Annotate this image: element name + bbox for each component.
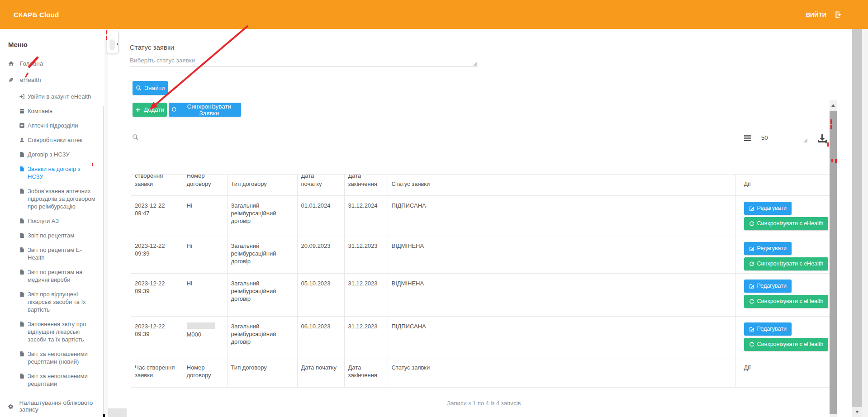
cell-created: 2023-12-2209:39 (131, 317, 183, 359)
sidebar-item-ehealth[interactable]: eHealth (8, 76, 103, 83)
page-length-select[interactable]: 50 (744, 134, 768, 141)
sidebar-gap (104, 29, 108, 414)
status-select-grip[interactable] (473, 62, 477, 66)
file-icon (19, 166, 25, 172)
cell-created: 2023-12-2209:47 (131, 196, 183, 236)
sidebar-item-company[interactable]: Компанія (19, 107, 97, 115)
bottom-gray-corner (108, 408, 127, 417)
sidebar-item-contract-requests-nszu[interactable]: Заявки на договір з НСЗУ (19, 165, 97, 180)
file-icon (19, 373, 25, 379)
sidebar-item-obligations[interactable]: Зобов’язання аптечних підрозділів за дог… (19, 187, 97, 210)
sidebar-item-recipes-report-medical[interactable]: Звіт по рецептам на медичні вироби (19, 268, 97, 284)
edit-icon (749, 206, 754, 211)
refresh-icon (749, 261, 754, 267)
sidebar-item-pharmacy-staff[interactable]: Співробітники аптек (19, 136, 97, 144)
cell-end: 31.12.2023 (344, 274, 388, 317)
sidebar-item-home[interactable]: Головна (8, 60, 103, 67)
user-icon (19, 137, 25, 143)
sidebar-item-unredeemed-recipes-new[interactable]: Звіт за непогашеними рецептами (новий) (19, 350, 97, 365)
col-header-end[interactable]: Датазакінчення (344, 175, 388, 196)
footer-created: Час створення заявки (131, 359, 183, 388)
sync-ehealth-button[interactable]: Синхронізувати с eHealth (744, 217, 829, 230)
table-scrollbar-thumb[interactable] (830, 111, 837, 414)
sync-ehealth-button[interactable]: Синхронізувати с eHealth (744, 295, 829, 308)
cell-start: 01.01.2024 (297, 196, 344, 236)
col-header-start[interactable]: Датапочатку (297, 175, 344, 196)
cell-type: Загальний реімбурсаційний договір (227, 196, 297, 236)
sidebar-item-recipes-report[interactable]: Звіт по рецептам (19, 232, 97, 239)
cell-start: 06.10.2023 (297, 317, 344, 359)
edit-button-label: Редагувати (757, 325, 787, 333)
col-header-status[interactable]: Статус заявки (388, 175, 735, 196)
sync-ehealth-button-label: Синхронізувати с eHealth (757, 341, 824, 348)
table-row: 2023-12-2209:47 Ні Загальний реімбурсаці… (131, 196, 837, 236)
cell-actions: Редагувати Синхронізувати с eHealth (735, 236, 837, 274)
sidebar-item-dispensed-drugs-report[interactable]: Звіт про відпущені лікарські засоби та ї… (19, 290, 97, 313)
cell-number: Ні (183, 196, 227, 236)
pane-scrollbar-thumb[interactable] (852, 29, 862, 407)
app-brand: СКАРБ Cloud (14, 0, 59, 29)
file-icon (19, 351, 25, 357)
sidebar-item-services-az[interactable]: Послуги АЗ (19, 217, 97, 225)
sidebar-scrollbar[interactable] (103, 106, 104, 414)
edit-button[interactable]: Редагувати (744, 322, 792, 336)
logout-button[interactable]: ВИЙТИ (806, 0, 842, 29)
edit-button[interactable]: Редагувати (744, 242, 792, 255)
cell-number: М000 (183, 317, 227, 359)
find-button[interactable]: Знайти (133, 81, 168, 95)
footer-start: Дата початку (297, 359, 344, 388)
gear-icon (8, 403, 14, 409)
sidebar-item-account-settings[interactable]: Налаштування облікового запису (8, 399, 103, 413)
cell-actions: Редагувати Синхронізувати с eHealth (735, 196, 837, 236)
status-filter-underline (130, 66, 478, 66)
footer-status: Статус заявки (388, 359, 735, 388)
sidebar-item-unredeemed-recipes[interactable]: Звіт за непогашеними рецептами (19, 372, 97, 388)
cell-created: 2023-12-2209:39 (131, 274, 183, 317)
sign-in-icon (19, 94, 25, 100)
table-row: 2023-12-2209:39 М000 Загальний реімбурса… (131, 317, 837, 359)
window-scrollbar-track[interactable] (862, 0, 868, 417)
sync-ehealth-button[interactable]: Синхронізувати с eHealth (744, 338, 829, 351)
sidebar-item-label: Звіт по рецептам E-Health (28, 246, 97, 261)
file-icon (19, 291, 25, 297)
records-info: Записи з 1 по 4 із 4 записів (131, 400, 837, 407)
length-select-grip[interactable] (803, 138, 807, 142)
cell-start: 20.09.2023 (297, 236, 344, 274)
cell-end: 31.12.2023 (344, 317, 388, 359)
sidebar-item-label: Заявки на договір з НСЗУ (28, 165, 97, 180)
sidebar-item-label: Звіт за непогашеними рецептами (28, 372, 97, 388)
edit-button[interactable]: Редагувати (744, 280, 792, 293)
sidebar-item-pharmacy-units[interactable]: Аптечні підрозділи (19, 122, 97, 129)
menu-bars-icon (744, 135, 751, 141)
col-header-created[interactable]: Часствореннязаявки (131, 175, 183, 196)
add-button[interactable]: Додати (133, 103, 167, 117)
sidebar-item-login-ehealth[interactable]: Увійти в акаунт eHealth (19, 93, 97, 100)
sidebar: Меню Головна eHealth Увійти в акаунт eHe… (0, 29, 103, 417)
footer-number: Номер договору (183, 359, 227, 388)
refresh-icon (749, 342, 754, 347)
cell-actions: Редагувати Синхронізувати с eHealth (735, 274, 837, 317)
sidebar-item-label: Звіт за непогашеними рецептами (новий) (28, 350, 97, 365)
sidebar-item-recipes-report-ehealth[interactable]: Звіт по рецептам E-Health (19, 246, 97, 261)
edit-button[interactable]: Редагувати (744, 202, 792, 215)
cell-number: Ні (183, 236, 227, 274)
sync-ehealth-button-label: Синхронізувати с eHealth (757, 220, 824, 227)
sidebar-item-contract-nszu[interactable]: Договір з НСЗУ (19, 151, 97, 158)
sync-ehealth-button[interactable]: Синхронізувати с eHealth (744, 257, 829, 270)
pane-scrollbar-down-button[interactable] (852, 407, 862, 417)
status-filter-select[interactable]: Виберіть статус заявки (130, 57, 195, 64)
cell-actions: Редагувати Синхронізувати с eHealth (735, 317, 837, 359)
sync-requests-button[interactable]: Синхронізувати Заявки (169, 103, 241, 117)
table-scrollbar-up-button[interactable] (830, 100, 837, 110)
sync-requests-button-label: Синхронізувати Заявки (180, 103, 238, 117)
col-header-type[interactable]: Тип договору (227, 175, 297, 196)
find-button-label: Знайти (145, 85, 165, 91)
sidebar-item-fill-dispensed-drugs-report[interactable]: Заповнення звіту про відпущені лікарські… (19, 320, 97, 343)
col-header-number[interactable]: Номердоговору (183, 175, 227, 196)
edit-icon (749, 284, 754, 289)
sidebar-item-label: Співробітники аптек (28, 136, 82, 144)
download-icon[interactable] (817, 134, 828, 144)
cell-start: 05.10.2023 (297, 274, 344, 317)
table-search-input[interactable] (132, 134, 138, 140)
edit-icon (749, 246, 754, 251)
